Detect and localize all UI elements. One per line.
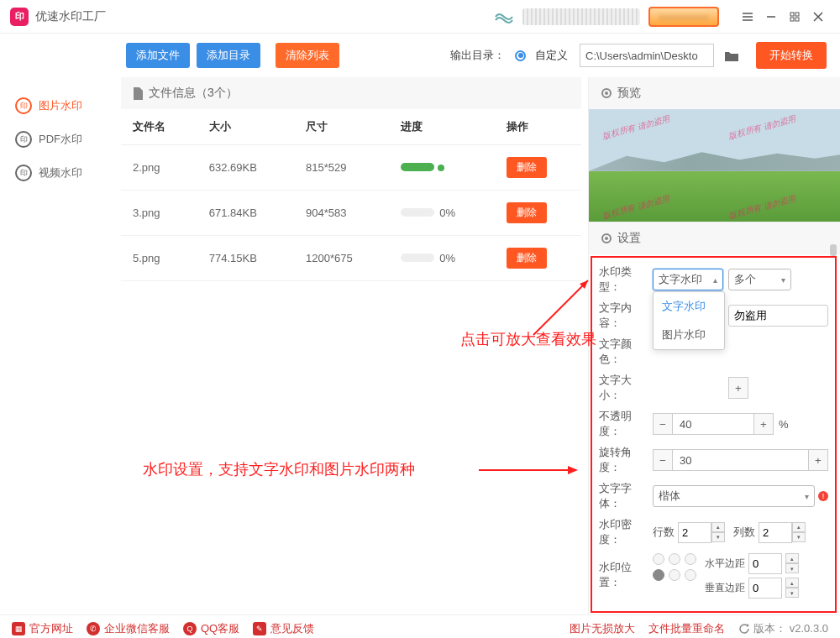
toolbar: 添加文件 添加目录 清除列表 输出目录： 自定义 开始转换 — [0, 34, 840, 77]
add-file-button[interactable]: 添加文件 — [126, 43, 190, 68]
cell-name: 3.png — [121, 191, 197, 236]
output-path-input[interactable] — [580, 44, 714, 67]
delete-button[interactable]: 删除 — [507, 202, 547, 223]
wm-type-select[interactable]: 文字水印 ▴ 文字水印 图片水印 — [653, 269, 723, 290]
vmargin-label: 垂直边距 — [705, 581, 745, 595]
wm-count-value: 多个 — [734, 272, 756, 287]
wm-color-label: 文字颜色： — [599, 337, 653, 367]
sidebar-item-label: 视频水印 — [39, 165, 82, 180]
rows-label: 行数 — [653, 525, 675, 540]
col-size: 大小 — [197, 109, 294, 145]
sidebar: 印 图片水印 印 PDF水印 印 视频水印 — [0, 77, 118, 614]
file-panel-title: 文件信息（3个） — [149, 86, 238, 101]
svg-rect-0 — [790, 13, 794, 16]
rotate-value[interactable]: 30 — [673, 449, 808, 471]
output-dir-label: 输出目录： — [450, 48, 505, 63]
menu-icon[interactable] — [736, 5, 759, 29]
wm-font-label: 文字字体： — [599, 481, 653, 511]
cell-size: 671.84KB — [197, 191, 294, 236]
cell-name: 2.png — [121, 145, 197, 191]
custom-radio[interactable] — [515, 50, 526, 61]
wave-icon — [494, 8, 514, 25]
wm-type-dropdown: 文字水印 图片水印 — [653, 291, 725, 350]
scrollbar-icon[interactable] — [830, 244, 837, 256]
cell-size: 774.15KB — [197, 236, 294, 281]
enlarge-link[interactable]: 图片无损放大 — [570, 621, 635, 636]
clear-list-button[interactable]: 清除列表 — [276, 43, 339, 68]
preview-title: 预览 — [617, 86, 641, 101]
watermark-sample: 版权所有 请勿盗用 — [601, 113, 672, 143]
file-icon — [133, 87, 144, 100]
dropdown-option-image[interactable]: 图片水印 — [654, 321, 724, 349]
settings-panel: 水印类型： 文字水印 ▴ 文字水印 图片水印 多个 ▾ 文字内容： — [591, 256, 837, 613]
gear-icon — [601, 87, 612, 99]
wm-text-label: 文字内容： — [599, 301, 653, 331]
feedback-icon: ✎ — [253, 622, 266, 635]
cell-progress — [389, 145, 495, 191]
wm-size-label: 文字大小： — [599, 373, 653, 403]
wm-rotate-label: 旋转角度： — [599, 445, 653, 475]
opacity-plus-button[interactable]: + — [753, 413, 774, 435]
wm-type-value: 文字水印 — [659, 272, 702, 287]
opacity-value[interactable]: 40 — [673, 413, 753, 435]
cols-spinner[interactable]: ▴▾ — [792, 522, 806, 543]
blurred-text — [522, 8, 640, 25]
sidebar-item-image-watermark[interactable]: 印 图片水印 — [0, 89, 118, 123]
close-icon[interactable] — [806, 5, 830, 29]
dropdown-option-text[interactable]: 文字水印 — [654, 292, 724, 321]
hmargin-spinner[interactable]: ▴▾ — [785, 553, 799, 574]
wm-count-select[interactable]: 多个 ▾ — [728, 269, 791, 290]
wm-text-input[interactable] — [728, 305, 828, 327]
percent-label: % — [779, 418, 789, 431]
file-panel: 文件信息（3个） 文件名 大小 尺寸 进度 操作 2.png632.69KB81… — [118, 77, 588, 614]
wechat-icon: ✆ — [87, 622, 100, 635]
rows-input[interactable] — [678, 522, 711, 543]
sidebar-item-pdf-watermark[interactable]: 印 PDF水印 — [0, 123, 118, 156]
arrow-icon — [529, 272, 596, 339]
svg-point-11 — [605, 237, 608, 240]
rows-spinner[interactable]: ▴▾ — [711, 522, 725, 543]
wechat-support-link[interactable]: ✆企业微信客服 — [87, 621, 170, 636]
wm-type-label: 水印类型： — [599, 264, 653, 295]
promo-button[interactable] — [648, 7, 719, 27]
sidebar-item-video-watermark[interactable]: 印 视频水印 — [0, 156, 118, 190]
rotate-plus-button[interactable]: + — [808, 449, 828, 471]
app-title: 优速水印工厂 — [35, 9, 106, 24]
cols-input[interactable] — [759, 522, 792, 543]
official-site-link[interactable]: ▦官方网址 — [12, 621, 73, 636]
position-grid[interactable] — [653, 553, 698, 583]
opacity-minus-button[interactable]: − — [653, 413, 673, 435]
vmargin-spinner[interactable]: ▴▾ — [785, 578, 799, 599]
delete-button[interactable]: 删除 — [507, 248, 547, 269]
browse-folder-icon[interactable] — [721, 44, 743, 67]
start-convert-button[interactable]: 开始转换 — [756, 42, 827, 69]
hmargin-input[interactable] — [748, 553, 782, 574]
minimize-icon[interactable] — [759, 5, 783, 29]
table-row: 5.png774.15KB1200*6750%删除 — [121, 236, 581, 281]
qq-support-link[interactable]: QQQ客服 — [183, 621, 239, 636]
title-bar: 印 优速水印工厂 — [0, 0, 840, 34]
wm-font-select[interactable]: 楷体 ▾ — [653, 485, 815, 507]
table-row: 3.png671.84KB904*5830%删除 — [121, 191, 581, 236]
feedback-link[interactable]: ✎意见反馈 — [253, 621, 314, 636]
arrow-icon — [479, 462, 580, 478]
maximize-icon[interactable] — [783, 5, 806, 29]
preview-image[interactable]: 版权所有 请勿盗用 版权所有 请勿盗用 版权所有 请勿盗用 版权所有 请勿盗用 — [589, 109, 840, 222]
annotation-settings: 水印设置，支持文字水印和图片水印两种 — [143, 459, 415, 479]
refresh-icon[interactable] — [738, 623, 750, 635]
wm-position-label: 水印位置： — [599, 560, 653, 590]
pdf-wm-icon: 印 — [15, 131, 32, 148]
rename-link[interactable]: 文件批量重命名 — [648, 621, 725, 636]
size-plus-button[interactable]: + — [728, 377, 748, 399]
col-progress: 进度 — [389, 109, 495, 145]
svg-marker-12 — [747, 624, 749, 627]
vmargin-input[interactable] — [748, 578, 782, 599]
cell-name: 5.png — [121, 236, 197, 281]
qq-icon: Q — [183, 622, 197, 635]
settings-title: 设置 — [617, 231, 641, 246]
delete-button[interactable]: 删除 — [507, 157, 547, 178]
settings-header: 设置 — [589, 222, 840, 254]
add-dir-button[interactable]: 添加目录 — [197, 43, 260, 68]
rotate-minus-button[interactable]: − — [653, 449, 673, 471]
warning-icon: ! — [818, 491, 828, 501]
